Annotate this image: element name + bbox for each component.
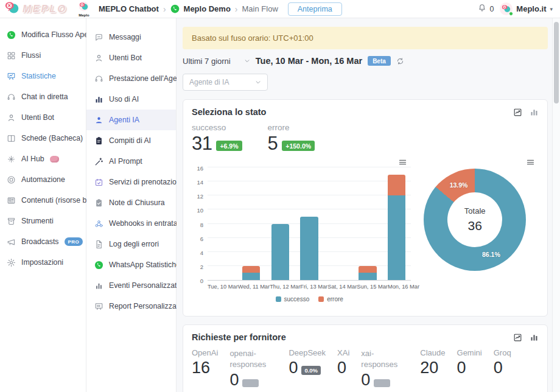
submenu-item-uso-di-ai[interactable]: Uso di AI [86,89,176,110]
provider-card: Richieste per fornitore OpenAi16openai-r… [183,324,548,392]
provider-xai-responses: xai-responses0 [361,348,408,388]
sidebar-item-strumenti[interactable]: Strumenti [0,211,86,231]
provider-value: 0 [457,360,466,376]
bar-group-sat-14-mar [324,167,353,280]
sidebar-item-schede-bacheca[interactable]: Schede (Bacheca) [0,128,86,149]
bar-plot-area [208,167,411,281]
legend-item-errore[interactable]: errore [318,296,343,303]
provider-label: xai-responses [361,348,408,369]
sidebar-item-chat-in-diretta[interactable]: Chat in diretta [0,86,86,107]
successo-bar-segment [242,273,261,280]
sidebar-item-ai-hub[interactable]: AI Hub [0,149,86,169]
submenu-item-ai-prompt[interactable]: AI Prompt [86,151,176,172]
sidebar-item-contenuti-risorse-bot[interactable]: Contenuti (risorse bot) [0,190,86,211]
submenu-item-eventi-personalizzati[interactable]: Eventi Personalizzati [86,275,176,296]
sidebar-item-modifica-flusso-aperto[interactable]: Modifica Flusso Aperto [0,24,86,45]
main-content: Basato sul fuso orario: UTC+01:00 Ultimi… [177,18,560,392]
y-tick-label: 10 [197,207,203,214]
bars-small-icon [94,281,103,290]
errore-bar-segment [242,266,261,273]
errore-bar-segment [388,175,406,196]
content-icon [6,196,16,205]
submenu-item-note-di-chiusura[interactable]: Note di Chiusura [86,192,176,213]
breadcrumb-current[interactable]: Main Flow [242,4,278,13]
app-logo[interactable]: MEPLO [5,1,67,18]
sidebar-item-broadcasts[interactable]: BroadcastsPRO [0,231,86,252]
sidebar-item-statistiche[interactable]: Statistiche [0,66,86,86]
status-card-title: Seleziona lo stato [192,107,266,117]
bot-avatar[interactable]: Meplo [75,1,93,17]
submenu-item-messaggi[interactable]: Messaggi [86,27,176,47]
sidebar-item-flussi[interactable]: Flussi [0,45,86,66]
submenu-item-whatsapp-statistiche[interactable]: WhatsApp Statistiche € [86,254,176,275]
bar-group-tue-10-mar [208,167,237,280]
status-charts: 0246810121416 Tue, 10 MarWed, 11 MarThu,… [192,158,539,309]
scrollbar-thumb[interactable] [554,22,559,103]
submenu-item-log-degli-errori[interactable]: Log degli errori [86,234,176,254]
agent-select-placeholder: Agente di IA [189,78,229,86]
whatsapp-icon [6,30,16,40]
sidebar-item-impostazioni[interactable]: Impostazioni [0,252,86,273]
date-preset-dropdown[interactable]: Ultimi 7 giorni [183,57,250,66]
sidebar-item-utenti-bot[interactable]: Utenti Bot [0,107,86,128]
submenu-item-report-personalizzati[interactable]: Report Personalizzati [86,296,176,317]
status-card: Seleziona lo stato successo31+6.9%errore… [183,99,548,317]
archive-icon [6,217,16,226]
sidebar-item-label: AI Hub [21,155,44,163]
provider-value: 16 [192,360,210,376]
submenu-item-prestazione-dell-agente[interactable]: Prestazione dell'Agente [86,68,176,89]
y-tick-label: 6 [200,235,203,242]
brain-icon [50,156,59,163]
agent-select[interactable]: Agente di IA [183,74,268,91]
provider-value: 0 [229,372,239,388]
webhook-icon [94,219,103,228]
submenu-item-utenti-bot[interactable]: Utenti Bot [86,47,176,68]
provider-claude: Claude20 [420,348,445,376]
notifications-button[interactable]: 0 [478,4,494,14]
submenu-item-servizi-di-prenotazione[interactable]: Servizi di prenotazione [86,172,176,192]
provider-deepseek: DeepSeek00.0% [289,348,326,376]
refresh-icon[interactable] [396,57,404,65]
y-tick-label: 14 [197,179,203,186]
pro-badge: PRO [65,237,83,246]
legend-item-successo[interactable]: successo [276,296,310,303]
megaphone-icon [6,237,16,247]
line-chart-toggle-icon[interactable] [513,108,522,117]
account-menu[interactable]: Meplo.it ▾ [500,2,553,15]
successo-bar-segment [300,217,318,280]
scrollbar[interactable] [552,18,560,392]
donut-chart-menu-icon[interactable] [526,158,535,169]
breadcrumb-bot-name[interactable]: MEPLO Chatbot [99,4,159,13]
preview-button[interactable]: Anteprima [288,2,342,16]
successo-bar-segment [359,273,377,280]
bar-chart-toggle-icon[interactable] [530,333,539,342]
submenu-item-label: Compiti di AI [109,136,151,145]
meplo-logo-icon [5,1,19,18]
chevron-down-icon [244,58,250,64]
chevron-down-icon [255,79,261,85]
provider-label: OpenAi [192,348,218,357]
provider-label: Claude [420,348,445,357]
submenu-item-webhooks-in-entrata[interactable]: Webhooks in entrata [86,213,176,234]
sidebar-item-label: Statistiche [21,72,56,80]
submenu-item-label: Note di Chiusura [109,198,165,207]
line-chart-toggle-icon[interactable] [513,333,522,342]
donut-total-value: 36 [468,219,482,233]
bar-group-fri-13-mar [295,167,324,280]
headset-icon [6,93,16,102]
provider-label: openai-responses [229,348,277,369]
submenu-item-compiti-di-ai[interactable]: Compiti di AI [86,130,176,151]
legend-label: successo [284,296,310,303]
submenu-item-agenti-ia[interactable]: Agenti IA [86,110,176,130]
date-range-label[interactable]: Tue, 10 Mar - Mon, 16 Mar [256,56,362,66]
breadcrumb-flow-name[interactable]: Meplo Demo [184,4,231,13]
sidebar-item-label: Strumenti [21,217,54,225]
sidebar-item-label: Flussi [21,51,41,60]
submenu-item-label: Servizi di prenotazione [109,178,184,186]
submenu-item-label: WhatsApp Statistiche € [109,261,186,269]
metric-successo: successo31+6.9% [192,123,242,153]
sidebar-item-automazione[interactable]: Automazione [0,169,86,190]
headset-icon [94,74,103,83]
bar-chart-toggle-icon[interactable] [530,108,539,117]
breadcrumb: MEPLO Chatbot › Meplo Demo › Main Flow [99,4,278,14]
